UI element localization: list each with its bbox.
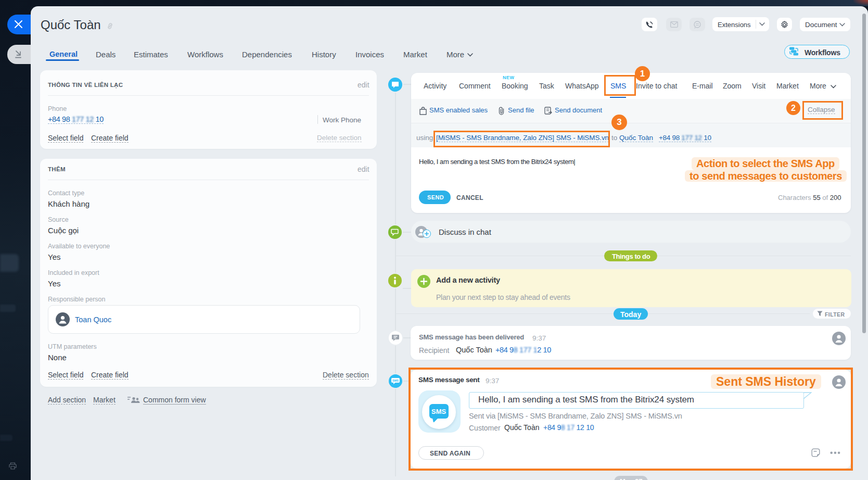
- svg-text:SMS: SMS: [392, 379, 399, 382]
